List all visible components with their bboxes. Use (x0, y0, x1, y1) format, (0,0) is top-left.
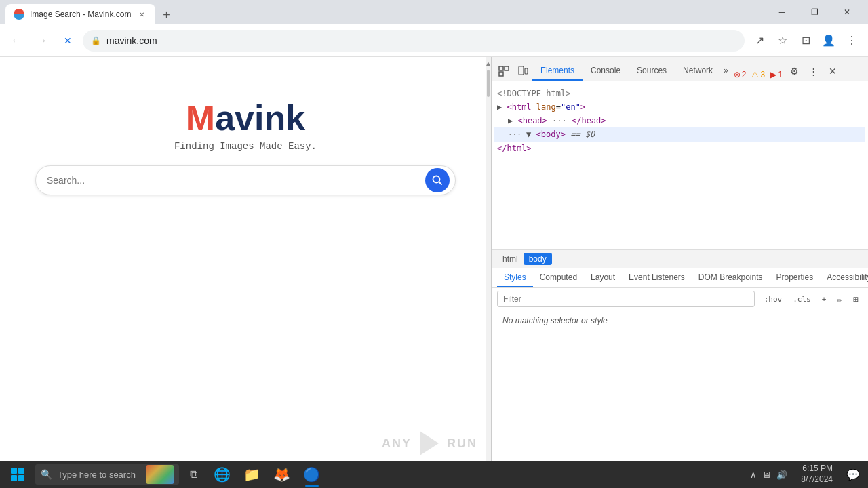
profile-icon[interactable]: 👤 (818, 30, 840, 52)
sub-tab-event-listeners[interactable]: Event Listeners (622, 268, 692, 287)
filter-cls-button[interactable]: .cls (789, 293, 815, 305)
bookmark-icon[interactable]: ☆ (772, 30, 793, 52)
speaker-icon[interactable]: 🔊 (776, 470, 787, 480)
devtools-panel: Elements Console Sources Network » ⊗ 2 ⚠… (491, 57, 868, 488)
devtools-tab-elements[interactable]: Elements (532, 62, 583, 81)
close-button[interactable]: ✕ (831, 1, 863, 23)
toolbar-icons: ↗ ☆ ⊡ 👤 ⋮ (749, 30, 863, 52)
viewport-scrollbar[interactable]: ▲ ▼ (486, 57, 491, 488)
devtools-more-icon[interactable]: ⋮ (804, 62, 823, 81)
devtools-settings-button[interactable]: ⚙ (785, 62, 804, 81)
body-tag: <body> (536, 129, 566, 139)
filter-layout-button[interactable]: ⊞ (849, 293, 863, 306)
devtools-inspect-icon[interactable] (494, 62, 513, 81)
reload-button[interactable]: ✕ (57, 30, 79, 52)
mavink-logo: Mavink Finding Images Made Easy. (174, 98, 317, 152)
chevron-up-icon[interactable]: ∧ (750, 470, 757, 480)
filter-hov-button[interactable]: :hov (760, 293, 787, 305)
scroll-thumb[interactable] (487, 70, 490, 97)
sub-tab-accessibility[interactable]: Accessibility (820, 268, 868, 287)
address-text: mavink.com (106, 35, 736, 46)
devtools-tab-more[interactable]: » (721, 62, 731, 81)
forward-button[interactable]: → (31, 30, 53, 52)
info-count: 1 (778, 70, 783, 79)
tab-favicon (14, 9, 24, 20)
back-button[interactable]: ← (5, 30, 27, 52)
html-attr-eq: = (556, 102, 561, 112)
taskbar-sys-icons: ∧ 🖥 🔊 (745, 470, 793, 480)
taskbar-firefox-app[interactable]: 🦊 (269, 461, 296, 488)
html-arrow[interactable]: ▶ (497, 102, 502, 112)
window-controls: ─ ❐ ✕ (766, 1, 863, 23)
filter-add-button[interactable]: + (818, 293, 831, 305)
taskbar-explorer-app[interactable]: 📁 (239, 461, 266, 488)
edge-icon: 🌐 (214, 466, 231, 483)
info-icon: ▶ (770, 70, 776, 79)
sub-tab-layout[interactable]: Layout (584, 268, 622, 287)
head-arrow[interactable]: ▶ (508, 116, 513, 125)
tab-close-button[interactable]: ✕ (136, 9, 147, 20)
doctype-text: <!DOCTYPE html> (497, 89, 570, 98)
watermark-play-icon (420, 431, 439, 455)
warn-badge[interactable]: ⚠ 3 (749, 68, 768, 81)
start-cell-2 (18, 468, 24, 474)
devtools-tab-network[interactable]: Network (675, 62, 721, 81)
logo-avink: avink (215, 98, 305, 138)
watermark-text: ANY (382, 436, 412, 451)
head-collapsed: ··· (552, 116, 572, 125)
devtools-tab-console[interactable]: Console (583, 62, 629, 81)
head-tag: <head> (517, 116, 547, 125)
breadcrumb-body[interactable]: body (524, 253, 552, 265)
taskbar-search-decoration (146, 465, 174, 484)
sub-tab-dom-breakpoints[interactable]: DOM Breakpoints (692, 268, 770, 287)
dom-body[interactable]: ··· ▼ <body> == $0 (494, 127, 865, 142)
watermark: ANY RUN (382, 431, 477, 455)
no-selector-text: No matching selector or style (492, 310, 868, 331)
split-view-icon[interactable]: ⊡ (795, 30, 816, 52)
start-button[interactable] (3, 461, 33, 488)
search-button[interactable] (425, 168, 450, 192)
search-bar[interactable] (35, 165, 456, 195)
filter-bar: :hov .cls + ✏ ⊞ (492, 288, 868, 310)
dom-html-open[interactable]: ▶ <html lang="en"> (494, 100, 865, 114)
error-badge[interactable]: ⊗ 2 (731, 68, 749, 81)
search-input[interactable] (47, 175, 425, 186)
task-view-button[interactable]: ⧉ (182, 462, 206, 487)
info-badge[interactable]: ▶ 1 (768, 68, 785, 81)
dom-head[interactable]: ▶ <head> ··· </head> (494, 114, 865, 127)
taskbar-chrome-app[interactable]: 🔵 (298, 461, 326, 488)
html-tag: <html (507, 102, 536, 112)
address-input[interactable]: 🔒 mavink.com (83, 30, 745, 52)
start-cell-4 (18, 475, 24, 481)
body-arrow[interactable]: ▼ (526, 129, 531, 139)
filter-edit-button[interactable]: ✏ (833, 293, 846, 306)
minimize-button[interactable]: ─ (766, 1, 797, 23)
taskbar-search[interactable]: 🔍 Type here to search (35, 464, 179, 485)
settings-icon[interactable]: ⋮ (841, 30, 863, 52)
notification-button[interactable]: 💬 (841, 462, 865, 487)
watermark-run-text: RUN (447, 436, 477, 451)
sub-tab-properties[interactable]: Properties (770, 268, 821, 287)
breadcrumb-html[interactable]: html (497, 253, 524, 265)
taskbar-clock[interactable]: 6:15 PM 8/7/2024 (795, 464, 838, 485)
new-tab-button[interactable]: + (157, 5, 176, 24)
svg-rect-5 (519, 66, 524, 75)
filter-input[interactable] (497, 291, 755, 307)
network-icon[interactable]: 🖥 (762, 470, 771, 480)
chrome-icon: 🔵 (303, 466, 320, 483)
devtools-device-icon[interactable] (513, 62, 532, 81)
scroll-up-arrow[interactable]: ▲ (484, 58, 491, 68)
sub-tab-computed[interactable]: Computed (533, 268, 584, 287)
restore-button[interactable]: ❐ (799, 1, 830, 23)
clock-date: 8/7/2024 (801, 474, 833, 485)
body-pseudo: == $0 (570, 129, 595, 139)
mavink-tagline: Finding Images Made Easy. (174, 141, 317, 152)
taskbar-search-icon: 🔍 (41, 469, 52, 480)
taskbar-edge-app[interactable]: 🌐 (209, 461, 236, 488)
sub-tab-styles[interactable]: Styles (497, 268, 533, 287)
share-icon[interactable]: ↗ (749, 30, 770, 52)
active-tab[interactable]: Image Search - Mavink.com ✕ (5, 4, 155, 24)
explorer-icon: 📁 (243, 466, 260, 483)
devtools-close-button[interactable]: ✕ (823, 62, 842, 81)
devtools-tab-sources[interactable]: Sources (629, 62, 675, 81)
